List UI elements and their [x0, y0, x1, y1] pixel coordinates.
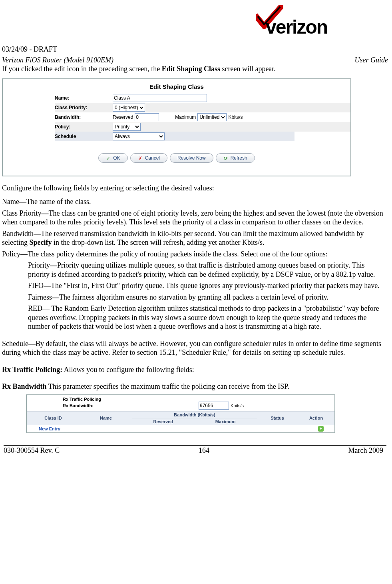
ok-button[interactable]: ✓ OK — [98, 153, 127, 163]
col-class-id: Class ID — [27, 411, 80, 425]
col-maximum: Maximum — [194, 418, 257, 425]
bw-maximum-label: Maximum — [175, 114, 196, 120]
refresh-icon: ⟳ — [223, 156, 228, 160]
form-title: Edit Shaping Class — [3, 79, 350, 93]
col-name: Name — [80, 411, 132, 425]
label-class-priority: Class Priority: — [55, 105, 113, 110]
rx-traffic-policing-heading: Rx Traffic Policing: Allows you to confi… — [2, 365, 388, 374]
field-class-priority: Class Priority—The class can be granted … — [2, 209, 388, 227]
doc-title: Verizon FiOS Router (Model 9100EM) — [2, 56, 113, 64]
intro-paragraph: If you clicked the edit icon in the prec… — [2, 64, 388, 74]
configure-text: Configure the following fields by enteri… — [2, 184, 388, 193]
label-bandwidth: Bandwidth: — [55, 114, 113, 120]
col-bw-group: Bandwidth (Kbits/s) — [132, 411, 257, 418]
name-input[interactable] — [113, 94, 207, 102]
rx-traffic-policing-panel: Rx Traffic Policing Rx Bandwidth: Kbits/… — [26, 394, 335, 433]
rx-bw-unit: Kbits/s — [231, 403, 244, 408]
col-action: Action — [298, 411, 334, 425]
policy-fairness: Fairness—The fairness algorithm ensures … — [28, 293, 388, 302]
class-priority-select[interactable]: 0 (Highest) — [113, 104, 145, 112]
check-icon: ✓ — [106, 156, 111, 160]
policy-select[interactable]: Priority — [113, 123, 141, 131]
policy-red: RED— The Random Early Detection algorith… — [28, 304, 388, 331]
x-icon: ✗ — [138, 156, 143, 160]
add-icon[interactable]: + — [318, 426, 324, 432]
policy-fifo: FIFO—The "First In, First Out" priority … — [28, 281, 388, 290]
refresh-button[interactable]: ⟳ Refresh — [216, 153, 255, 163]
schedule-select[interactable]: Always — [113, 132, 165, 140]
label-schedule: Schedule — [55, 134, 113, 139]
field-policy: Policy—The class policy determines the p… — [2, 250, 388, 259]
rx-table: Class ID Name Bandwidth (Kbits/s) Status… — [27, 411, 334, 432]
rx-bandwidth-input[interactable] — [199, 402, 229, 410]
col-status: Status — [257, 411, 298, 425]
new-entry-row[interactable]: New Entry + — [27, 425, 334, 432]
bw-reserved-label: Reserved — [113, 114, 133, 120]
rx-section-title: Rx Traffic Policing — [63, 397, 334, 402]
bw-unit: Kbits/s — [228, 114, 243, 120]
footer-right: March 2009 — [348, 446, 383, 455]
footer-left: 030-300554 Rev. C — [4, 446, 60, 455]
field-name: Name—The name of the class. — [2, 197, 388, 206]
bw-maximum-select[interactable]: Unlimited — [197, 113, 227, 121]
resolve-now-button[interactable]: Resolve Now — [170, 153, 213, 163]
draft-date: 03/24/09 - DRAFT — [2, 45, 388, 54]
edit-shaping-class-panel: Edit Shaping Class Name: Class Priority:… — [2, 78, 351, 176]
doc-type: User Guide — [355, 56, 388, 64]
new-entry-label: New Entry — [27, 425, 298, 432]
field-bandwidth: Bandwidth—The reserved transmission band… — [2, 229, 388, 247]
rx-bw-label: Rx Bandwidth: — [63, 403, 199, 408]
verizon-logo: verizon — [256, 6, 356, 38]
cancel-button[interactable]: ✗ Cancel — [130, 153, 167, 163]
bw-reserved-input[interactable] — [135, 113, 159, 121]
policy-priority: Priority—Priority queuing utilizes multi… — [28, 261, 388, 279]
field-schedule: Schedule—By default, the class will alwa… — [2, 339, 388, 357]
rx-bandwidth-heading: Rx Bandwidth This parameter specifies th… — [2, 382, 388, 391]
footer-page: 164 — [199, 446, 209, 455]
logo-word: verizon — [266, 16, 327, 38]
col-reserved: Reserved — [132, 418, 194, 425]
label-name: Name: — [55, 95, 113, 101]
label-policy: Policy: — [55, 124, 113, 130]
